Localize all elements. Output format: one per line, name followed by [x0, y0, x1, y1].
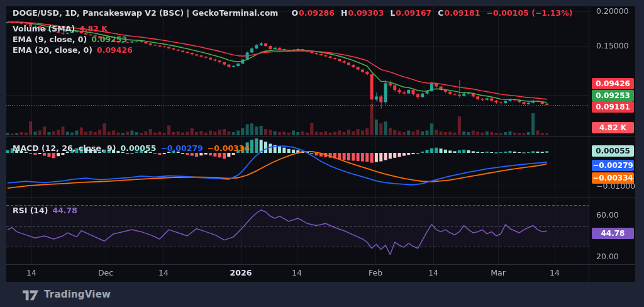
macd-signal-badge: −0.00334	[592, 172, 634, 184]
rsi-legend-value: 44.78	[52, 206, 77, 216]
axis-tick-label: 60.00	[596, 210, 619, 220]
symbol-title: DOGE/USD, 1D, Pancakeswap V2 (BSC) | Gec…	[13, 8, 278, 18]
last-price-badge: 0.09181	[592, 101, 634, 113]
tradingview-logo-icon	[23, 289, 39, 301]
time-axis-label: Mar	[491, 268, 506, 278]
time-axis-label: 14	[292, 268, 302, 278]
ema20-legend-row[interactable]: EMA (20, close, 0) 0.09426	[13, 45, 133, 55]
ema9-legend-value: 0.09253	[91, 35, 127, 45]
volume-legend-value: 4.82 K	[79, 24, 108, 34]
ema9-legend-row[interactable]: EMA (9, close, 0) 0.09253	[13, 35, 127, 45]
macd-legend-label: MACD (12, 26, close, 9)	[13, 143, 116, 154]
macd-signal-value: −0.00334	[208, 143, 250, 154]
ohlc-close-label: C	[438, 8, 443, 18]
time-axis-label: 2026	[230, 268, 252, 278]
ema20-legend-value: 0.09426	[97, 45, 133, 55]
ohlc-open-value: 0.09286	[299, 8, 335, 18]
ohlc-low-label: L	[390, 8, 395, 18]
tradingview-brand-text: TradingView	[44, 289, 111, 300]
footer-bar: TradingView	[0, 282, 644, 307]
ohlc-high-value: 0.09303	[348, 8, 384, 18]
ohlc-close-value: 0.09181	[444, 8, 480, 18]
axis-tick-label: 20.00	[596, 252, 619, 262]
time-axis-label: 14	[26, 268, 36, 278]
chart-page: DOGE/USD, 1D, Pancakeswap V2 (BSC) | Gec…	[0, 0, 644, 307]
time-axis-label: 14	[428, 268, 438, 278]
ema20-price-badge: 0.09426	[592, 78, 634, 89]
volume-badge: 4.82 K	[592, 122, 634, 133]
rsi-legend-label: RSI (14)	[13, 206, 48, 216]
ema20-legend-label: EMA (20, close, 0)	[13, 45, 92, 55]
macd-hist-value: 0.00055	[120, 143, 156, 154]
ohlc-values: O0.09286 H0.09303 L0.09167 C0.09181 −0.0…	[291, 8, 572, 18]
volume-legend-label: Volume (SMA)	[13, 24, 75, 34]
ema9-legend-label: EMA (9, close, 0)	[13, 35, 87, 45]
axis-tick-label: 0.15000	[596, 41, 629, 51]
ohlc-change-value: −0.00105 (−1.13%)	[486, 8, 572, 18]
rsi-legend-row[interactable]: RSI (14) 44.78	[13, 206, 77, 216]
ohlc-low-value: 0.09167	[396, 8, 431, 18]
time-axis-label: Feb	[369, 268, 382, 278]
time-axis-label: Dec	[98, 268, 113, 278]
time-axis-label: 14	[550, 268, 560, 278]
time-axis-label: 14	[158, 268, 169, 278]
symbol-legend-row[interactable]: DOGE/USD, 1D, Pancakeswap V2 (BSC) | Gec…	[13, 8, 572, 18]
volume-legend-row[interactable]: Volume (SMA) 4.82 K	[13, 24, 108, 34]
macd-line-value: −0.00279	[160, 143, 203, 154]
tradingview-logo-link[interactable]: TradingView	[23, 289, 111, 301]
rsi-badge: 44.78	[592, 228, 634, 239]
macd-line-badge: −0.00279	[592, 160, 634, 171]
macd-legend-row[interactable]: MACD (12, 26, close, 9) 0.00055 −0.00279…	[13, 143, 250, 154]
axis-tick-label: 0.20000	[596, 6, 629, 16]
ema9-price-badge: 0.09253	[592, 90, 634, 101]
macd-hist-badge: 0.00055	[592, 145, 634, 157]
ohlc-open-label: O	[291, 8, 298, 18]
ohlc-high-label: H	[341, 8, 347, 18]
